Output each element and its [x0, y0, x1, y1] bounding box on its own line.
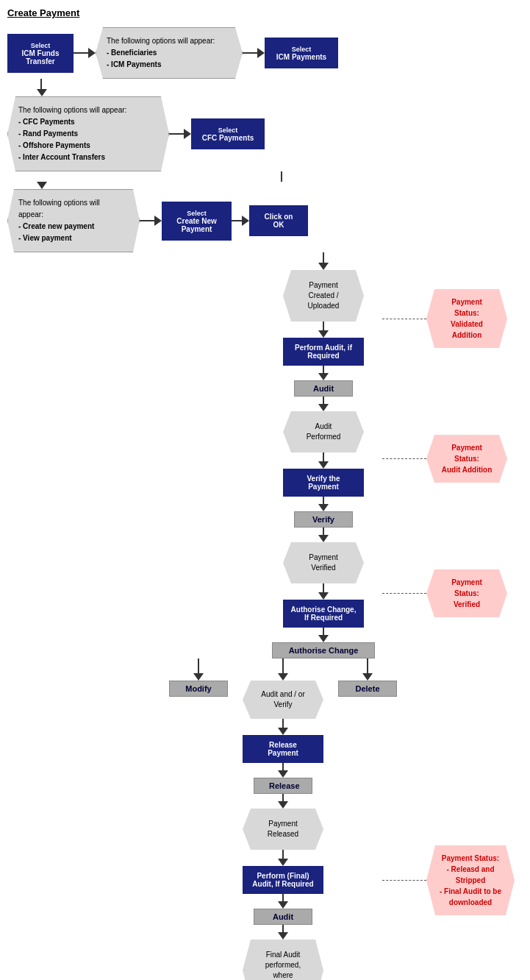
select-cfc-payments[interactable]: Select CFC Payments [191, 118, 265, 149]
select-icm-funds-transfer[interactable]: Select ICM FundsTransfer [7, 34, 74, 73]
audit-button-2[interactable]: Audit [254, 909, 312, 925]
page-title: Create Payment [7, 7, 522, 18]
perform-final-audit-rect: Perform (Final)Audit, If Required [243, 866, 323, 894]
authorise-change-rect: Authorise Change,If Required [283, 600, 364, 628]
payment-released-hex: PaymentReleased [243, 809, 323, 850]
status-validated-addition: PaymentStatus:ValidatedAddition [426, 289, 507, 348]
audit-button-1[interactable]: Audit [294, 380, 353, 397]
select-create-new-payment[interactable]: Select Create NewPayment [162, 202, 232, 241]
payment-created-hex: PaymentCreated /Uploaded [283, 270, 364, 322]
release-button[interactable]: Release [254, 778, 312, 794]
perform-audit-rect: Perform Audit, ifRequired [283, 338, 364, 366]
final-audit-performed-hex: Final Auditperformed,whererequired [243, 940, 323, 980]
audit-verify-hex: Audit and / orVerify [243, 681, 323, 719]
info-box-cfc: The following options will appear: - CFC… [7, 96, 169, 171]
info-box-create: The following options willappear: - Crea… [7, 189, 140, 252]
release-payment-rect: ReleasePayment [243, 735, 323, 763]
select-icm-payments[interactable]: Select ICM Payments [265, 38, 338, 68]
status-verified: PaymentStatus:Verified [426, 569, 507, 617]
payment-verified-hex: PaymentVerified [283, 542, 364, 583]
icm-label: Select [31, 42, 51, 49]
authorise-change-button[interactable]: Authorise Change [272, 642, 375, 658]
verify-payment-rect: Verify thePayment [283, 469, 364, 497]
status-released: Payment Status:- Releasd andStripped- Fi… [426, 845, 515, 915]
audit-performed-hex: AuditPerformed [283, 411, 364, 452]
icm-funds-label: ICM FundsTransfer [21, 49, 59, 65]
verify-button[interactable]: Verify [294, 511, 353, 528]
modify-button[interactable]: Modify [169, 681, 228, 697]
status-audit-addition: PaymentStatus:Audit Addition [426, 435, 507, 483]
info-box-beneficiaries: The following options will appear: - Ben… [96, 27, 243, 79]
click-ok[interactable]: Click onOK [249, 205, 308, 236]
